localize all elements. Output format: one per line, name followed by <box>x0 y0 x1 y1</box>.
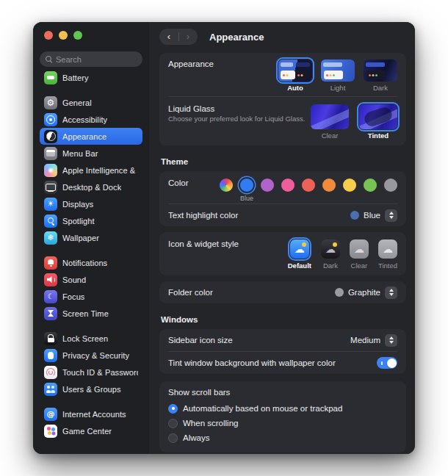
chevron-updown-icon <box>385 286 397 299</box>
color-swatch-purple[interactable] <box>261 178 274 192</box>
bell-icon <box>44 256 57 270</box>
icon-style-default[interactable]: ☁ Default <box>288 239 311 270</box>
lock-icon <box>44 332 57 345</box>
sidebar-item-notifications[interactable]: Notifications <box>40 254 142 271</box>
content-header: ‹ › Appearance <box>149 24 415 50</box>
radio-icon <box>168 433 178 443</box>
appearance-card: Appearance Auto <box>159 53 406 145</box>
color-swatch-red[interactable] <box>302 178 315 192</box>
theme-card: Color Blue <box>159 171 406 226</box>
sidebar-item-apple-intelligence[interactable]: Apple Intelligence & Siri <box>40 162 142 178</box>
battery-icon <box>44 71 57 84</box>
sidebar: Battery ⚙ General Accessibility Appearan… <box>33 22 149 454</box>
sidebar-item-wallpaper[interactable]: ❄ Wallpaper <box>40 229 142 246</box>
fingerprint-icon <box>44 366 57 379</box>
sidebar-item-internet-accounts[interactable]: @ Internet Accounts <box>40 405 142 422</box>
scrollbar-option-when-scrolling[interactable]: When scrolling <box>168 416 397 430</box>
icon-style-clear[interactable]: ☁ Clear <box>350 239 369 270</box>
light-thumbnail <box>321 60 355 82</box>
icon-style-dark[interactable]: ☁ Dark <box>321 239 340 270</box>
sidebar-icon-size-row: Sidebar icon size Medium <box>168 329 397 351</box>
color-swatch-yellow[interactable] <box>343 178 356 192</box>
accent-color-row: Color Blue <box>168 171 397 203</box>
back-button[interactable]: ‹ <box>167 32 170 42</box>
gear-icon: ⚙ <box>44 96 57 109</box>
sidebar-item-displays[interactable]: ☀ Displays <box>40 195 142 212</box>
nav-buttons: ‹ › <box>159 29 198 45</box>
color-swatch-multicolor[interactable] <box>220 178 233 192</box>
chevron-updown-icon <box>385 209 397 222</box>
forward-button[interactable]: › <box>187 32 189 42</box>
tint-window-row: Tint window background with wallpaper co… <box>168 352 397 374</box>
scrollbar-option-always[interactable]: Always <box>168 430 397 445</box>
folder-color-card: Folder color Graphite <box>159 281 406 303</box>
sidebar-item-lock-screen[interactable]: Lock Screen <box>40 330 142 347</box>
liquid-glass-option-tinted[interactable]: Tinted <box>359 104 397 140</box>
sidebar-item-appearance[interactable]: Appearance <box>40 128 142 145</box>
color-swatch-blue[interactable]: Blue <box>240 178 253 192</box>
folder-color-row: Folder color Graphite <box>168 281 397 303</box>
hourglass-icon <box>44 307 57 320</box>
accessibility-icon <box>44 113 57 126</box>
sidebar-item-game-center[interactable]: Game Center <box>40 422 142 439</box>
liquid-glass-option-clear[interactable]: Clear <box>311 104 349 140</box>
sidebar-item-sound[interactable]: Sound <box>40 271 142 288</box>
at-icon: @ <box>44 408 57 421</box>
sidebar-item-screen-time[interactable]: Screen Time <box>40 305 142 322</box>
sidebar-item-battery[interactable]: Battery <box>40 69 142 86</box>
dark-thumbnail <box>364 60 397 82</box>
color-swatch-pink[interactable] <box>281 178 295 192</box>
text-highlight-dropdown[interactable]: Blue <box>350 209 397 222</box>
page-title: Appearance <box>209 32 264 43</box>
sidebar-item-desktop-dock[interactable]: Desktop & Dock <box>40 178 142 195</box>
tint-window-toggle[interactable] <box>377 357 397 369</box>
liquid-glass-row: Liquid Glass Choose your preferred look … <box>168 97 397 145</box>
sidebar-item-focus[interactable]: ☾ Focus <box>40 288 142 305</box>
sidebar-item-spotlight[interactable]: Spotlight <box>40 212 142 229</box>
moon-icon: ☾ <box>44 290 57 303</box>
settings-window: Battery ⚙ General Accessibility Appearan… <box>33 22 415 454</box>
hand-icon <box>44 349 57 362</box>
folder-color-dropdown[interactable]: Graphite <box>335 286 397 299</box>
scroll-bars-card: Show scroll bars Automatically based on … <box>159 381 406 452</box>
zoom-button[interactable] <box>73 31 82 40</box>
color-swatch-graphite[interactable] <box>384 178 397 192</box>
highlight-color-dot <box>350 211 359 220</box>
clear-thumbnail <box>311 104 349 129</box>
users-icon <box>44 383 57 396</box>
sidebar-item-touch-id[interactable]: Touch ID & Password <box>40 364 142 381</box>
color-swatch-green[interactable] <box>364 178 377 192</box>
content-pane: ‹ › Appearance Appearance Auto <box>149 22 415 454</box>
sidebar-item-menu-bar[interactable]: Menu Bar <box>40 145 142 162</box>
scrollbar-option-auto[interactable]: Automatically based on mouse or trackpad <box>168 401 397 416</box>
appearance-icon <box>44 130 57 143</box>
radio-icon <box>168 419 178 428</box>
icon-style-tinted[interactable]: ☁ Tinted <box>378 239 397 270</box>
search-icon <box>46 56 52 62</box>
search-input[interactable] <box>56 55 137 64</box>
sidebar-item-accessibility[interactable]: Accessibility <box>40 111 142 128</box>
icon-widget-row: Icon & widget style ☁ Default ☁ Dark ☁ C <box>168 232 397 275</box>
chevron-updown-icon <box>385 334 397 347</box>
show-scroll-bars-label: Show scroll bars <box>168 388 397 397</box>
folder-color-dot <box>335 288 344 297</box>
minimize-button[interactable] <box>59 31 68 40</box>
appearance-mode-row: Appearance Auto <box>168 53 397 96</box>
sidebar-item-users-groups[interactable]: Users & Groups <box>40 381 142 397</box>
close-button[interactable] <box>44 31 53 40</box>
color-swatch-orange[interactable] <box>322 178 336 192</box>
speaker-icon <box>44 273 57 286</box>
search-field[interactable] <box>40 51 142 67</box>
auto-thumbnail <box>278 60 312 82</box>
appearance-option-light[interactable]: Light <box>321 60 355 92</box>
desktop-dock-icon <box>44 181 57 194</box>
content-scroll[interactable]: Appearance Auto <box>149 50 415 454</box>
sidebar-icon-size-dropdown[interactable]: Medium <box>350 334 397 347</box>
sun-icon: ☀ <box>44 198 57 211</box>
sidebar-item-privacy-security[interactable]: Privacy & Security <box>40 347 142 364</box>
appearance-option-auto[interactable]: Auto <box>278 60 312 92</box>
traffic-lights <box>40 31 142 44</box>
appearance-option-dark[interactable]: Dark <box>364 60 397 92</box>
sidebar-item-general[interactable]: ⚙ General <box>40 94 142 111</box>
text-highlight-row: Text highlight color Blue <box>168 204 397 226</box>
